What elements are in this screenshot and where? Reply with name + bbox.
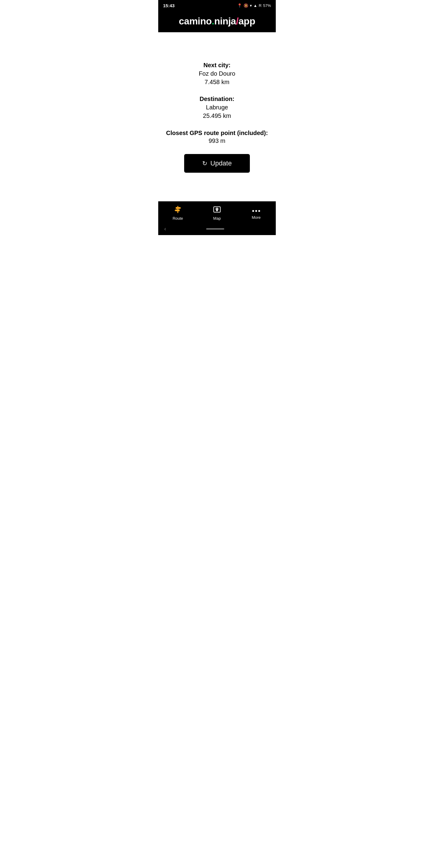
bottom-nav: Route G Map More [158, 201, 276, 224]
map-label: Map [213, 216, 221, 221]
svg-marker-2 [180, 207, 181, 209]
nav-item-map[interactable]: G Map [197, 205, 237, 221]
title-ninja: ninja [214, 16, 236, 27]
svg-point-9 [258, 210, 260, 212]
gps-route-block: Closest GPS route point (included): 993 … [166, 128, 268, 144]
roaming-r: R [259, 3, 261, 8]
refresh-icon: ↻ [202, 160, 207, 167]
more-dots-icon [252, 206, 260, 214]
signal-icon: ▲ [253, 3, 257, 8]
nav-item-route[interactable]: Route [158, 205, 197, 221]
next-city-label: Next city: [198, 61, 235, 69]
svg-rect-1 [176, 207, 180, 209]
svg-point-7 [252, 210, 254, 212]
gps-distance: 993 m [166, 137, 268, 144]
svg-point-8 [255, 210, 257, 212]
app-header: camino.ninja/app [158, 11, 276, 32]
route-label: Route [173, 216, 183, 221]
location-icon: 📍 [237, 3, 242, 8]
more-label: More [252, 215, 261, 220]
status-icons: 📍 🔕 ▾ ▲ R 57% [237, 3, 271, 8]
update-button[interactable]: ↻ Update [184, 154, 250, 173]
title-app: app [239, 16, 255, 27]
gesture-bar-area: ‹ [158, 224, 276, 235]
next-city-block: Next city: Foz do Douro 7.458 km [198, 61, 235, 86]
svg-marker-4 [175, 210, 176, 211]
back-chevron-icon[interactable]: ‹ [164, 226, 166, 232]
route-icon [174, 205, 182, 215]
main-content: Next city: Foz do Douro 7.458 km Destina… [158, 32, 276, 201]
battery-icon: 57% [263, 3, 271, 8]
silent-icon: 🔕 [244, 3, 248, 8]
destination-block: Destination: Labruge 25.495 km [199, 95, 235, 120]
svg-rect-3 [176, 210, 180, 211]
destination-distance: 25.495 km [199, 112, 235, 120]
next-city-distance: 7.458 km [198, 78, 235, 86]
wifi-icon: ▾ [250, 3, 252, 8]
destination-label: Destination: [199, 95, 235, 103]
map-icon: G [213, 205, 221, 215]
destination-city: Labruge [199, 103, 235, 112]
title-dot-green: . [212, 16, 214, 27]
svg-text:G: G [216, 208, 218, 210]
nav-item-more[interactable]: More [237, 206, 276, 220]
status-bar: 15:43 📍 🔕 ▾ ▲ R 57% [158, 0, 276, 11]
update-button-label: Update [210, 159, 232, 167]
title-camino: camino [179, 16, 212, 27]
next-city-name: Foz do Douro [198, 69, 235, 78]
app-title: camino.ninja/app [158, 16, 276, 27]
status-time: 15:43 [163, 3, 175, 8]
gesture-pill [206, 228, 224, 230]
gps-label: Closest GPS route point (included): [166, 128, 268, 137]
